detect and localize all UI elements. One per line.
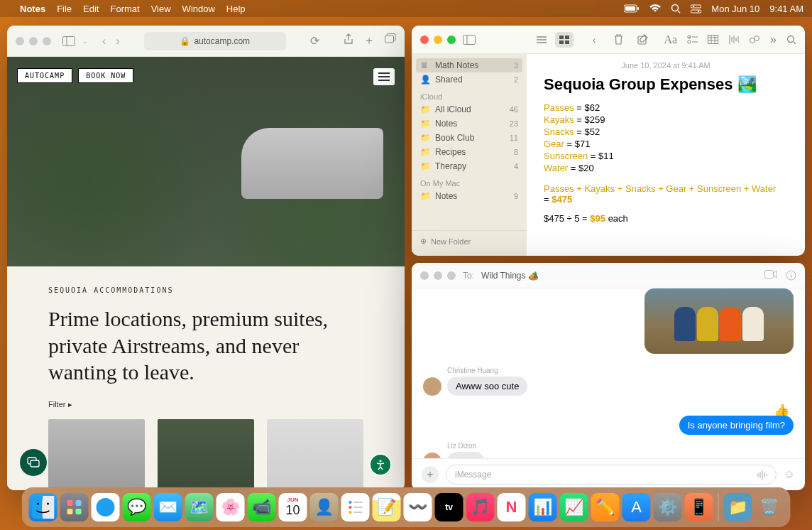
menubar-date[interactable]: Mon Jun 10 [711,4,759,14]
avatar[interactable] [423,377,441,396]
view-menu[interactable]: View [151,4,171,14]
sidebar-item-all-icloud[interactable]: 📁 All iCloud 46 [412,102,527,117]
dock-settings[interactable]: ⚙️ [654,493,682,521]
minimize-button[interactable] [434,271,442,280]
new-folder-button[interactable]: ⊕ New Folder [412,230,527,252]
accommodation-thumb[interactable] [158,419,254,491]
dock-news[interactable]: N [498,493,526,521]
chevron-down-icon[interactable]: ⌄ [82,38,88,45]
dock-notes[interactable]: 📝 [373,493,401,521]
search-icon[interactable] [786,35,796,45]
spotlight-icon[interactable] [671,4,681,13]
sidebar-item-local-notes[interactable]: 📁 Notes 9 [412,189,527,203]
sidebar-item-therapy[interactable]: 📁 Therapy 4 [412,159,527,173]
app-menu[interactable]: Notes [20,4,45,14]
media-icon[interactable] [728,35,739,44]
dock-facetime[interactable]: 📹 [248,493,276,521]
help-menu[interactable]: Help [226,4,246,14]
hamburger-menu[interactable] [373,68,395,85]
list-view-icon[interactable] [532,32,551,48]
audio-icon[interactable] [757,470,767,480]
more-icon[interactable]: » [770,33,777,46]
dock-finder[interactable] [29,493,57,521]
sidebar-item-shared[interactable]: 👤 Shared 2 [412,72,527,87]
to-value[interactable]: Wild Things 🏕️ [481,271,539,281]
sidebar-item-math-notes[interactable]: 🖩 Math Notes 3 [416,58,522,72]
format-icon[interactable]: Aa [664,33,677,46]
delete-icon[interactable] [609,32,627,48]
accommodation-thumb[interactable] [48,419,145,491]
wifi-icon[interactable] [649,4,661,13]
dock-numbers[interactable]: 📈 [560,493,588,521]
dock-trash[interactable]: 🗑️ [755,493,784,521]
fullscreen-button[interactable] [447,271,456,280]
tabs-icon[interactable] [385,33,396,48]
close-button[interactable] [420,271,429,280]
sidebar-toggle-icon[interactable] [62,36,75,46]
dock-calendar[interactable]: JUN10 [279,493,307,521]
share-icon[interactable] [344,33,353,48]
dock-safari[interactable] [92,493,120,521]
forward-button[interactable]: › [116,35,119,48]
facetime-icon[interactable] [764,270,777,281]
apps-button[interactable]: + [422,466,439,483]
minimize-button[interactable] [29,37,38,45]
edit-menu[interactable]: Edit [83,4,99,14]
dock-contacts[interactable]: 👤 [310,493,339,521]
menubar-time[interactable]: 9:41 AM [769,4,803,14]
dock-downloads[interactable]: 📁 [724,493,752,521]
avatar[interactable] [423,453,441,458]
dock-appletv[interactable]: tv [435,493,463,521]
table-icon[interactable] [708,35,718,44]
accommodation-thumb[interactable] [267,419,363,491]
dock-music[interactable]: 🎵 [466,493,495,521]
control-center-icon[interactable] [691,4,701,13]
sidebar-toggle-icon[interactable] [463,35,476,45]
dock-mail[interactable]: ✉️ [154,493,182,521]
dock-launchpad[interactable] [60,493,89,521]
accessibility-fab[interactable] [369,453,392,476]
info-icon[interactable] [786,270,796,281]
emoji-icon[interactable]: ☺ [784,468,795,481]
back-icon[interactable]: ‹ [585,32,603,48]
back-button[interactable]: ‹ [102,35,106,48]
dock-maps[interactable]: 🗺️ [185,493,214,521]
fullscreen-button[interactable] [43,37,51,45]
chat-fab[interactable] [20,449,47,476]
dock-photos[interactable]: 🌸 [216,493,245,521]
dock-keynote[interactable]: 📊 [529,493,557,521]
message-input[interactable]: iMessage [446,465,777,485]
message-bubble[interactable]: I am! [447,452,485,458]
shared-photo[interactable] [644,288,794,354]
message-bubble[interactable]: Awww soo cute [447,377,527,396]
book-now-button[interactable]: BOOK NOW [78,68,133,83]
sidebar-item-notes[interactable]: 📁 Notes 23 [412,117,527,131]
minimize-button[interactable] [434,36,442,44]
dock-messages[interactable]: 💬 [123,493,151,521]
new-tab-icon[interactable]: ＋ [363,33,375,48]
message-bubble[interactable]: Is anyone bringing film? [679,416,794,435]
reload-icon[interactable]: ⟳ [310,34,319,48]
dock-pages[interactable]: ✏️ [591,493,620,521]
link-icon[interactable] [749,35,760,44]
dock-iphone-mirror[interactable]: 📱 [685,493,713,521]
sidebar-item-book-club[interactable]: 📁 Book Club 11 [412,131,527,145]
brand-logo[interactable]: AUTOCAMP [17,68,72,83]
dock-freeform[interactable]: 〰️ [404,493,432,521]
close-button[interactable] [420,36,429,44]
window-menu[interactable]: Window [182,4,215,14]
note-editor[interactable]: June 10, 2024 at 9:41 AM Sequoia Group E… [527,54,805,256]
dock-appstore[interactable]: A [622,493,651,521]
file-menu[interactable]: File [57,4,72,14]
checklist-icon[interactable] [687,35,698,44]
battery-icon[interactable] [624,4,640,13]
filter-button[interactable]: Filter ▸ [48,400,72,409]
dock-reminders[interactable] [341,493,370,521]
fullscreen-button[interactable] [447,36,456,44]
format-menu[interactable]: Format [110,4,139,14]
compose-icon[interactable] [633,32,652,48]
url-bar[interactable]: 🔒 autocamp.com [144,32,286,50]
sidebar-item-recipes[interactable]: 📁 Recipes 8 [412,145,527,159]
gallery-view-icon[interactable] [555,32,574,48]
close-button[interactable] [16,37,24,45]
